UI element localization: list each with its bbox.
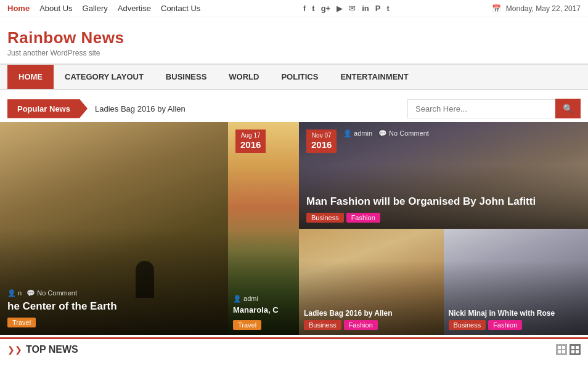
- list-view-icon[interactable]: [556, 344, 567, 355]
- search-input[interactable]: [407, 99, 555, 118]
- article5-title: Nicki Minaj in White with Rose: [449, 309, 584, 318]
- date-display: 📅 Monday, May 22, 2017: [492, 4, 581, 13]
- featured-grid: 👤 n 💬 No Comment he Center of the Earth …: [0, 122, 588, 335]
- nav-entertainment[interactable]: ENTERTAINMENT: [329, 65, 419, 89]
- article1-title: he Center of the Earth: [7, 300, 221, 313]
- grid-view-controls: [556, 344, 581, 355]
- nav-home[interactable]: Home: [7, 4, 30, 13]
- svg-rect-0: [558, 346, 561, 349]
- facebook-icon[interactable]: f: [303, 4, 306, 13]
- nav-contact[interactable]: Contact Us: [161, 4, 200, 13]
- article3-tag-business: Business: [306, 213, 344, 223]
- popular-news-label: Popular News: [7, 99, 88, 118]
- article1-user: 👤 n: [7, 289, 22, 297]
- youtube-icon[interactable]: ▶: [337, 4, 343, 13]
- featured-article-2[interactable]: Aug 17 2016 👤 admi Manarola, C Travel: [228, 122, 299, 335]
- article2-date: Aug 17 2016: [235, 130, 266, 153]
- right-column: Nov 07 2016 👤 admin 💬 No Comment Man Fas…: [299, 122, 588, 335]
- main-navigation: HOME CATEGORY LAYOUT BUSINESS WORLD POLI…: [0, 64, 588, 90]
- calendar-icon: 📅: [492, 4, 501, 13]
- article4-title: Ladies Bag 2016 by Allen: [304, 309, 439, 318]
- featured-article-5[interactable]: Nicki Minaj in White with Rose Business …: [444, 229, 589, 335]
- site-title: Rainbow News: [7, 28, 581, 47]
- social-icons: f t g+ ▶ ✉ in P t: [303, 4, 390, 13]
- nav-about[interactable]: About Us: [39, 4, 72, 13]
- article3-date: Nov 07 2016: [306, 130, 337, 153]
- date-text: Monday, May 22, 2017: [506, 4, 581, 13]
- article2-tag: Travel: [233, 320, 261, 330]
- search-area: 🔍: [407, 99, 581, 118]
- article1-comment: 💬 No Comment: [27, 289, 77, 297]
- article2-user: 👤 admi: [233, 295, 258, 303]
- nav-category-layout[interactable]: CATEGORY LAYOUT: [54, 65, 155, 89]
- instagram-icon[interactable]: ✉: [349, 4, 356, 13]
- nav-politics[interactable]: POLITICS: [270, 65, 329, 89]
- nav-business[interactable]: BUSINESS: [155, 65, 218, 89]
- nav-home-main[interactable]: HOME: [7, 65, 54, 89]
- svg-rect-4: [571, 346, 574, 349]
- article3-tag-fashion: Fashion: [346, 213, 380, 223]
- featured-article-1[interactable]: 👤 n 💬 No Comment he Center of the Earth …: [0, 122, 228, 335]
- article2-title: Manarola, C: [233, 305, 294, 316]
- site-tagline: Just another WordPress site: [7, 49, 581, 57]
- search-button[interactable]: 🔍: [555, 99, 581, 118]
- googleplus-icon[interactable]: g+: [321, 4, 331, 13]
- svg-rect-7: [576, 350, 579, 353]
- article3-user: 👤 admin: [343, 130, 372, 138]
- article3-comment: 💬 No Comment: [378, 130, 429, 138]
- popular-news-bar: Popular News Ladies Bag 2016 by Allen 🔍: [7, 95, 581, 122]
- arrow-icon: ❯❯: [7, 345, 22, 355]
- article1-tag: Travel: [7, 318, 36, 327]
- svg-rect-3: [562, 350, 565, 353]
- article4-tag-fashion: Fashion: [344, 320, 378, 330]
- linkedin-icon[interactable]: in: [362, 4, 369, 13]
- pinterest-icon[interactable]: P: [375, 4, 381, 13]
- article5-tag-business: Business: [449, 320, 486, 330]
- nav-world[interactable]: WORLD: [218, 65, 270, 89]
- top-nav-links: Home About Us Gallery Advertise Contact …: [7, 4, 200, 13]
- bottom-section-bar: ❯❯ TOP NEWS: [0, 337, 588, 360]
- site-header: Rainbow News Just another WordPress site: [0, 17, 588, 64]
- svg-rect-5: [576, 346, 579, 349]
- article5-tag-fashion: Fashion: [488, 320, 522, 330]
- bottom-articles: Ladies Bag 2016 by Allen Business Fashio…: [299, 229, 588, 335]
- featured-article-4[interactable]: Ladies Bag 2016 by Allen Business Fashio…: [299, 229, 444, 335]
- tumblr-icon[interactable]: t: [386, 4, 389, 13]
- svg-rect-1: [562, 346, 565, 349]
- search-icon: 🔍: [563, 104, 573, 113]
- svg-rect-6: [571, 350, 574, 353]
- popular-news-ticker: Ladies Bag 2016 by Allen: [88, 104, 407, 113]
- featured-article-3[interactable]: Nov 07 2016 👤 admin 💬 No Comment Man Fas…: [299, 122, 588, 229]
- section-title: TOP NEWS: [26, 344, 78, 355]
- nav-advertise[interactable]: Advertise: [118, 4, 151, 13]
- nav-gallery[interactable]: Gallery: [83, 4, 108, 13]
- top-navigation: Home About Us Gallery Advertise Contact …: [0, 0, 588, 17]
- svg-rect-2: [558, 350, 561, 353]
- grid-view-icon[interactable]: [570, 344, 581, 355]
- twitter-icon[interactable]: t: [312, 4, 314, 13]
- article4-tag-business: Business: [304, 320, 341, 330]
- article3-title: Man Fashion will be Organised By John La…: [306, 195, 581, 208]
